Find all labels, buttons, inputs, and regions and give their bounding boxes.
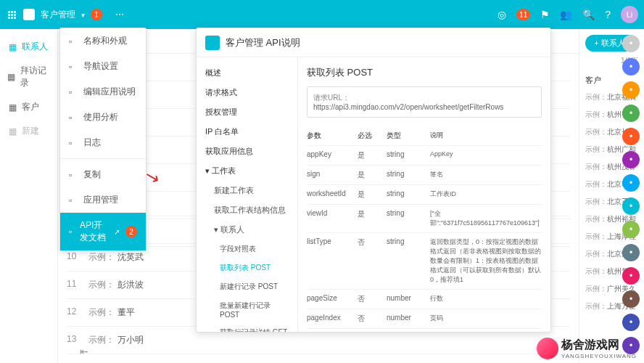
param-row: appKey是stringAppKey [307,145,542,165]
doc-nav-item[interactable]: 获取列表 POST [197,258,297,277]
nav-item[interactable]: ▦新建 [0,119,57,143]
float-icon[interactable]: • [622,174,640,192]
users-icon[interactable]: 👥 [560,9,572,20]
menu-item[interactable]: ▫应用管理 [60,187,146,213]
more-icon[interactable]: ⋯ [108,9,131,20]
doc-nav-item[interactable]: 新建工作表 [197,181,297,200]
float-icon[interactable]: • [622,197,640,215]
menu-item[interactable]: ▫名称和外观 [60,28,146,54]
menu-item[interactable]: ▫导航设置 [60,54,146,79]
doc-title: 客户管理 API说明 [226,36,300,49]
menu-item[interactable]: ▫日志 [60,130,146,155]
float-icon[interactable]: • [622,314,640,331]
doc-nav-item[interactable]: 新建行记录 POST [197,277,297,296]
float-icon[interactable]: • [622,221,640,238]
float-icon-bar: •••••••••••••• [622,35,640,354]
param-row: worksheetId是string工作表ID [307,184,542,204]
nav-item[interactable]: ▦拜访记录 [0,59,57,95]
doc-nav-item[interactable]: IP 白名单 [197,122,297,142]
doc-nav-item[interactable]: 概述 [197,63,297,83]
menu-item[interactable]: ▫API开发文档↗2 [60,213,146,250]
help-icon[interactable]: ? [605,9,611,20]
param-row: sortId否string排序字段ID [307,328,542,332]
float-icon[interactable]: • [622,105,640,122]
param-row: viewId是string["全部":"6371f7c518956117767e… [307,204,542,232]
float-icon[interactable]: • [622,151,640,168]
nav-item[interactable]: ▦客户 [0,95,57,119]
menu-item[interactable]: ▫使用分析 [60,105,146,130]
doc-content: 获取列表 POST 请求URL：https://api3.mingdao.com… [298,57,550,332]
doc-nav-item[interactable]: 获取应用信息 [197,142,297,161]
filter-icon[interactable]: ⚑ [540,9,550,20]
param-row: pageIndex否number页码 [307,309,542,328]
doc-nav-item[interactable]: ▾ 联系人 [197,220,297,240]
app-title: 客户管理 [41,9,75,21]
nav-item[interactable]: ▦联系人 [0,35,57,59]
avatar[interactable]: Li [621,6,638,23]
doc-logo [205,36,220,50]
url-box: 请求URL：https://api3.mingdao.com/v2/open/w… [307,86,542,118]
search-icon[interactable]: 🔍 [582,9,595,20]
notif-badge[interactable]: 11 [516,9,530,20]
doc-nav-item[interactable]: 批量新建行记录 POST [197,296,297,323]
float-icon[interactable]: • [622,128,640,145]
menu-item[interactable]: ▫复制 [60,162,146,187]
float-icon[interactable]: • [622,244,640,261]
float-icon[interactable]: • [622,267,640,285]
chevron-down-icon[interactable]: ▾ [81,11,85,19]
collapse-icon[interactable]: ⇤ [80,346,88,357]
doc-heading: 获取列表 POST [307,66,542,79]
apps-icon[interactable] [6,9,17,20]
float-icon[interactable]: • [622,290,640,308]
check-icon[interactable]: ◎ [498,9,506,20]
left-nav: ▦联系人▦拜访记录▦客户▦新建 [0,29,58,363]
param-row: pageSize否number行数 [307,289,542,309]
app-menu-dropdown: ▫名称和外观▫导航设置▫编辑应用说明▫使用分析▫日志▫复制▫应用管理▫API开发… [59,28,146,251]
doc-nav-item[interactable]: 授权管理 [197,102,297,122]
float-icon[interactable]: • [622,35,640,52]
api-doc-panel: 客户管理 API说明 概述请求格式授权管理IP 白名单获取应用信息▾ 工作表新建… [196,28,551,333]
float-icon[interactable]: • [622,58,640,76]
doc-nav-item[interactable]: ▾ 工作表 [197,161,297,181]
menu-item[interactable]: ▫编辑应用说明 [60,79,146,105]
doc-sidebar: 概述请求格式授权管理IP 白名单获取应用信息▾ 工作表新建工作表获取工作表结构信… [197,57,298,332]
float-icon[interactable]: • [622,81,640,99]
doc-nav-item[interactable]: 获取工作表结构信息 [197,200,297,220]
watermark: 杨舍游戏网 YANGSHEYOUXIWANG [537,338,637,359]
param-row: listType否string返回数据类型，0：按指定视图的数据格式返回（若非表… [307,232,542,289]
header-badge: 1 [91,9,102,20]
param-row: sign是string签名 [307,165,542,184]
doc-nav-item[interactable]: 字段对照表 [197,240,297,258]
doc-nav-item[interactable]: 请求格式 [197,83,297,102]
app-logo [23,9,35,20]
doc-nav-item[interactable]: 获取行记录详情 GET [197,323,297,332]
